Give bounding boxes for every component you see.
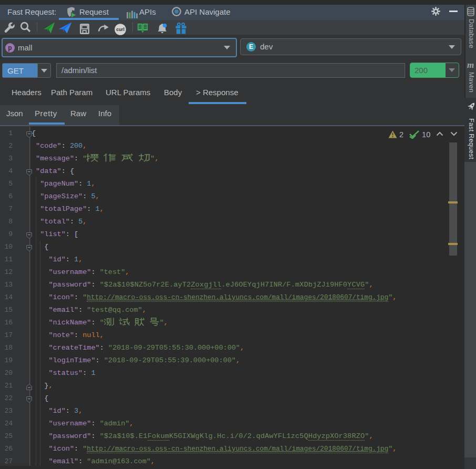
svg-text:curl: curl	[116, 27, 125, 32]
